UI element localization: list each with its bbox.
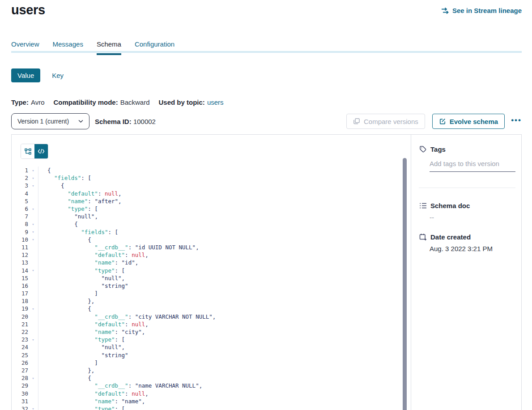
value-toggle-button[interactable]: Value bbox=[11, 68, 40, 82]
gutter: 31 bbox=[12, 397, 38, 405]
code-line: 19▾ { bbox=[12, 305, 401, 312]
gutter: 11 bbox=[12, 243, 38, 251]
fold-toggle-icon[interactable]: ▾ bbox=[28, 307, 38, 311]
evolve-schema-button[interactable]: Evolve schema bbox=[432, 114, 505, 129]
stream-lineage-label: See in Stream lineage bbox=[452, 7, 522, 14]
code-text: "fields": [ bbox=[38, 229, 118, 235]
code-line: 27 }, bbox=[12, 367, 401, 374]
chevron-down-icon bbox=[78, 120, 83, 123]
evolve-schema-label: Evolve schema bbox=[450, 118, 498, 125]
tab-schema[interactable]: Schema bbox=[97, 40, 121, 51]
code-line: 11 "__crdb__": "id UUID NOT NULL", bbox=[12, 243, 401, 251]
gutter: 7 bbox=[12, 213, 38, 220]
gutter: 6▾ bbox=[12, 205, 38, 213]
fold-toggle-icon[interactable]: ▾ bbox=[28, 184, 38, 188]
code-line: 20 "__crdb__": "city VARCHAR NOT NULL", bbox=[12, 313, 401, 320]
version-select[interactable]: Version 1 (current) bbox=[11, 113, 89, 129]
line-number: 8 bbox=[12, 221, 28, 227]
meta-type-value: Avro bbox=[31, 98, 45, 106]
code-text: "__crdb__": "id UUID NOT NULL", bbox=[38, 244, 199, 251]
code-text: "type": [ bbox=[38, 406, 125, 410]
tree-diagram-icon bbox=[25, 148, 31, 155]
code-text: "null", bbox=[38, 344, 125, 350]
schema-code-viewer[interactable]: 1▾{2▾ "fields": [3▾ {4 "default": null,5… bbox=[12, 167, 401, 410]
fold-toggle-icon[interactable]: ▾ bbox=[28, 376, 38, 380]
gutter: 19▾ bbox=[12, 305, 38, 312]
code-line: 14▾ "type": [ bbox=[12, 266, 401, 274]
fold-toggle-icon[interactable]: ▾ bbox=[28, 237, 38, 242]
tab-overview[interactable]: Overview bbox=[11, 40, 39, 51]
code-line: 30 "default": null, bbox=[12, 389, 401, 397]
more-actions-button[interactable]: ••• bbox=[511, 116, 522, 127]
meta-compatibility-label: Compatibility mode: bbox=[53, 98, 118, 106]
tab-configuration[interactable]: Configuration bbox=[135, 40, 174, 51]
gutter: 16 bbox=[12, 282, 38, 290]
tab-messages[interactable]: Messages bbox=[53, 40, 83, 51]
value-key-toggle: Value Key bbox=[11, 68, 64, 82]
fold-toggle-icon[interactable]: ▾ bbox=[28, 222, 38, 226]
code-text: "string" bbox=[38, 282, 128, 289]
tag-icon bbox=[419, 145, 427, 153]
line-number: 27 bbox=[12, 367, 28, 374]
line-number: 12 bbox=[12, 252, 28, 258]
meta-compatibility: Compatibility mode:Backward bbox=[53, 98, 149, 106]
meta-type-label: Type: bbox=[11, 98, 29, 106]
fold-toggle-icon[interactable]: ▾ bbox=[28, 230, 38, 234]
gutter: 32▾ bbox=[12, 405, 38, 410]
fold-toggle-icon[interactable]: ▾ bbox=[28, 268, 38, 273]
gutter: 3▾ bbox=[12, 182, 38, 189]
fold-toggle-icon[interactable]: ▾ bbox=[28, 176, 38, 180]
fold-toggle-icon[interactable]: ▾ bbox=[28, 406, 38, 410]
schema-id-label: Schema ID: bbox=[95, 118, 132, 125]
tree-view-button[interactable] bbox=[21, 144, 34, 158]
code-text: "name": "id", bbox=[38, 259, 138, 266]
line-number: 21 bbox=[12, 321, 28, 328]
code-text: "default": null, bbox=[38, 321, 149, 328]
key-toggle-button[interactable]: Key bbox=[52, 72, 64, 79]
code-text: "name": "name", bbox=[38, 398, 145, 405]
compare-versions-button[interactable]: Compare versions bbox=[346, 114, 425, 129]
add-tags-input[interactable] bbox=[430, 159, 515, 172]
tab-bar: Overview Messages Schema Configuration bbox=[11, 40, 174, 51]
code-text: { bbox=[38, 375, 91, 381]
line-number: 24 bbox=[12, 344, 28, 350]
line-number: 6 bbox=[12, 205, 28, 212]
code-text: ] bbox=[38, 290, 98, 297]
meta-topic-label: Used by topic: bbox=[159, 98, 205, 106]
code-line: 22 "name": "city", bbox=[12, 328, 401, 336]
code-line: 13 "name": "id", bbox=[12, 259, 401, 266]
stream-lineage-icon bbox=[441, 7, 449, 14]
schema-id: Schema ID: 100002 bbox=[95, 118, 156, 125]
code-line: 24 "null", bbox=[12, 343, 401, 351]
gutter: 27 bbox=[12, 367, 38, 374]
schema-doc-value: -- bbox=[430, 214, 515, 221]
gutter: 15 bbox=[12, 274, 38, 282]
gutter: 8▾ bbox=[12, 220, 38, 228]
gutter: 12 bbox=[12, 251, 38, 259]
code-text: { bbox=[38, 221, 78, 227]
line-number: 9 bbox=[12, 229, 28, 235]
vertical-scrollbar-thumb[interactable] bbox=[403, 158, 407, 410]
line-number: 30 bbox=[12, 390, 28, 397]
code-text: "default": null, bbox=[38, 390, 149, 397]
gutter: 21 bbox=[12, 320, 38, 328]
gutter: 23▾ bbox=[12, 336, 38, 343]
page-title: users bbox=[11, 3, 45, 17]
code-line: 29 "__crdb__": "name VARCHAR NULL", bbox=[12, 382, 401, 389]
schema-meta-row: Type:Avro Compatibility mode:Backward Us… bbox=[11, 98, 224, 106]
sidebar-divider bbox=[419, 188, 515, 188]
code-view-button[interactable] bbox=[34, 144, 48, 158]
stream-lineage-link[interactable]: See in Stream lineage bbox=[441, 7, 522, 14]
code-line: 3▾ { bbox=[12, 182, 401, 189]
date-created-title: Date created bbox=[430, 233, 471, 241]
code-line: 17 ] bbox=[12, 290, 401, 297]
meta-topic-link[interactable]: users bbox=[207, 98, 224, 106]
code-line: 5 "name": "after", bbox=[12, 197, 401, 205]
fold-toggle-icon[interactable]: ▾ bbox=[28, 207, 38, 211]
code-brackets-icon bbox=[38, 149, 45, 154]
code-text: { bbox=[38, 236, 91, 243]
line-number: 31 bbox=[12, 398, 28, 405]
fold-toggle-icon[interactable]: ▾ bbox=[28, 168, 38, 173]
tags-section: Tags bbox=[419, 145, 515, 188]
fold-toggle-icon[interactable]: ▾ bbox=[28, 337, 38, 342]
